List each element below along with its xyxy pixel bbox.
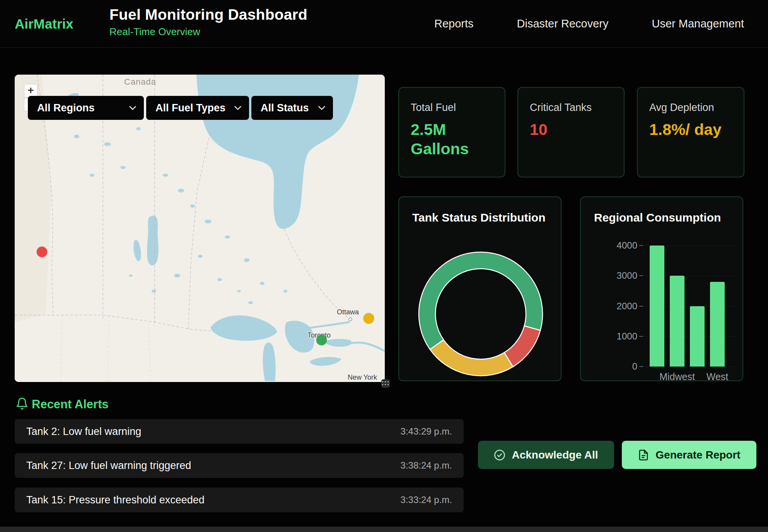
chevron-down-icon xyxy=(318,106,325,110)
consumption-bar xyxy=(710,282,725,367)
chevron-down-icon xyxy=(129,106,136,110)
alert-time: 3:33:24 p.m. xyxy=(401,494,452,505)
status-filter-value: All Status xyxy=(261,102,309,114)
stat-label: Total Fuel xyxy=(411,102,493,114)
y-axis-tick-label: 1000 xyxy=(581,331,637,342)
stat-card-total-fuel: Total Fuel 2.5M Gallons xyxy=(398,87,505,177)
chevron-down-icon xyxy=(234,106,241,110)
tank-marker-normal[interactable] xyxy=(316,335,327,345)
alert-message: Tank 27: Low fuel warning triggered xyxy=(26,460,191,472)
tank-status-donut-chart xyxy=(399,197,561,381)
acknowledge-all-label: Acknowledge All xyxy=(512,449,598,461)
stat-value-critical-tanks: 10 xyxy=(530,120,612,139)
page-title: Fuel Monitoring Dashboard xyxy=(109,6,307,23)
alert-time: 3:38:24 p.m. xyxy=(401,460,452,471)
nav-reports[interactable]: Reports xyxy=(434,17,474,30)
gridline xyxy=(643,367,736,367)
region-filter-select[interactable]: All Regions xyxy=(28,96,144,120)
nav-user-management[interactable]: User Management xyxy=(652,17,744,30)
alert-time: 3:43:29 p.m. xyxy=(401,426,452,437)
y-axis-tick-label: 2000 xyxy=(581,300,637,312)
recent-alerts-heading: Recent Alerts xyxy=(32,397,109,411)
consumption-bar xyxy=(670,276,684,367)
y-axis-tick-mark xyxy=(639,245,643,246)
page-subtitle: Real-Time Overview xyxy=(109,26,307,38)
map-filter-bar: All Regions All Fuel Types All Status xyxy=(28,96,333,120)
y-axis-tick-mark xyxy=(639,336,643,337)
map-label-canada: Canada xyxy=(124,77,156,87)
map-label-new-york: New York xyxy=(348,373,377,381)
regional-consumption-card: Regional Consumption 01000200030004000Mi… xyxy=(580,196,743,381)
stat-value-avg-depletion: 1.8%/ day xyxy=(649,120,732,139)
bell-icon xyxy=(15,397,29,410)
acknowledge-all-button[interactable]: Acknowledge All xyxy=(478,441,614,469)
alert-row[interactable]: Tank 27: Low fuel warning triggered 3:38… xyxy=(15,453,464,478)
alert-row[interactable]: Tank 15: Pressure threshold exceeded 3:3… xyxy=(15,488,464,512)
map-canvas: Canada Ottawa Toronto New York xyxy=(15,75,385,382)
stat-value-total-fuel: 2.5M Gallons xyxy=(411,120,493,159)
fuel-type-filter-value: All Fuel Types xyxy=(155,102,225,114)
fuel-type-filter-select[interactable]: All Fuel Types xyxy=(146,96,249,120)
donut-slice-yellow-segment xyxy=(430,340,513,376)
regional-consumption-bar-chart: 01000200030004000MidwestWest xyxy=(581,240,743,381)
y-axis-tick-mark xyxy=(639,275,643,276)
consumption-bar xyxy=(690,306,705,367)
app-header: AirMatrix Fuel Monitoring Dashboard Real… xyxy=(0,0,768,48)
status-filter-select[interactable]: All Status xyxy=(251,96,333,120)
stat-label: Critical Tanks xyxy=(530,102,612,114)
stat-card-critical-tanks: Critical Tanks 10 xyxy=(517,87,625,177)
consumption-bar xyxy=(650,246,664,367)
ottawa-city-dot xyxy=(349,318,352,321)
app-logo[interactable]: AirMatrix xyxy=(15,16,73,32)
map-label-ottawa: Ottawa xyxy=(337,308,359,316)
bottom-partial-row xyxy=(0,527,768,532)
y-axis-tick-label: 3000 xyxy=(581,270,637,281)
nav-disaster-recovery[interactable]: Disaster Recovery xyxy=(517,17,609,30)
fuel-map[interactable]: Canada Ottawa Toronto New York + − All R… xyxy=(15,75,385,382)
main-nav: Reports Disaster Recovery User Managemen… xyxy=(434,0,744,48)
map-resize-handle[interactable] xyxy=(381,379,390,388)
alert-message: Tank 15: Pressure threshold exceeded xyxy=(26,494,205,506)
title-block: Fuel Monitoring Dashboard Real-Time Over… xyxy=(109,6,307,38)
check-circle-icon xyxy=(494,449,505,461)
x-axis-tick-label: West xyxy=(686,371,743,381)
y-axis-tick-mark xyxy=(639,366,643,367)
tank-marker-critical[interactable] xyxy=(37,247,47,257)
tank-marker-warning[interactable] xyxy=(364,313,374,324)
y-axis-tick-label: 0 xyxy=(581,361,637,372)
bar-chart-title: Regional Consumption xyxy=(581,197,742,224)
generate-report-label: Generate Report xyxy=(655,449,740,461)
alert-message: Tank 2: Low fuel warning xyxy=(26,426,141,438)
y-axis-tick-label: 4000 xyxy=(581,240,637,251)
document-icon xyxy=(638,449,649,461)
tank-status-distribution-card: Tank Status Distribution xyxy=(398,196,561,381)
alert-row[interactable]: Tank 2: Low fuel warning 3:43:29 p.m. xyxy=(15,419,464,444)
map-zoom-in-button[interactable]: + xyxy=(24,84,38,97)
stat-card-avg-depletion: Avg Depletion 1.8%/ day xyxy=(637,87,744,177)
fuel-monitoring-dashboard: AirMatrix Fuel Monitoring Dashboard Real… xyxy=(0,0,768,532)
region-filter-value: All Regions xyxy=(37,102,95,114)
generate-report-button[interactable]: Generate Report xyxy=(622,441,756,469)
lake-winnipeg xyxy=(147,215,159,265)
y-axis-tick-mark xyxy=(639,306,643,307)
stat-label: Avg Depletion xyxy=(649,102,732,114)
